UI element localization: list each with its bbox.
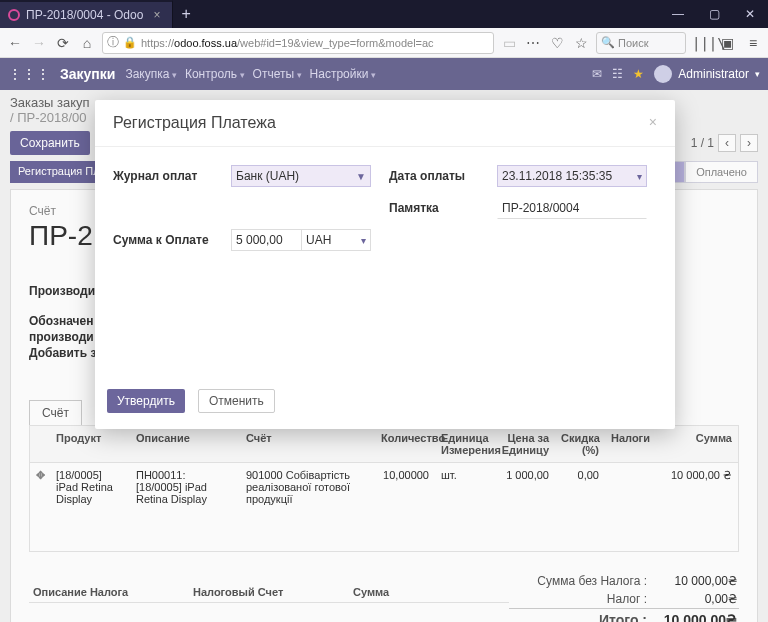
star-icon[interactable]: ★ (633, 67, 644, 81)
chevron-down-icon: ▾ (637, 171, 642, 182)
date-input[interactable]: 23.11.2018 15:35:35 ▾ (497, 165, 647, 187)
menu-purchase[interactable]: Закупка (125, 67, 177, 81)
shield-icon[interactable]: ♡ (548, 35, 566, 51)
search-placeholder: Поиск (618, 37, 648, 49)
app-menus: Закупка Контроль Отчеты Настройки (125, 67, 376, 81)
more-icon[interactable]: ⋯ (524, 35, 542, 51)
date-label: Дата оплаты (389, 169, 479, 183)
messaging-icon[interactable]: ✉ (592, 67, 602, 81)
tab-title: ПР-2018/0004 - Odoo (26, 8, 143, 22)
modal-close-icon[interactable]: × (649, 114, 657, 132)
date-value: 23.11.2018 15:35:35 (502, 169, 612, 183)
memo-label: Памятка (389, 201, 479, 215)
lock-icon: 🔒 (123, 36, 137, 49)
app-name[interactable]: Закупки (60, 66, 115, 82)
amount-input[interactable]: 5 000,00 (231, 229, 301, 251)
info-icon[interactable]: ⓘ (107, 34, 119, 51)
browser-titlebar: ПР-2018/0004 - Odoo × + — ▢ ✕ (0, 0, 768, 28)
cancel-button[interactable]: Отменить (198, 389, 275, 413)
window-close-icon[interactable]: ✕ (732, 7, 768, 21)
apps-icon[interactable]: ⋮⋮⋮ (8, 66, 50, 82)
page-body: Заказы закуп / ПР-2018/00 Сохранить Отка… (0, 90, 768, 622)
user-name: Administrator (678, 67, 749, 81)
new-tab-button[interactable]: + (173, 5, 198, 23)
amount-value: 5 000,00 (236, 233, 283, 247)
menu-settings[interactable]: Настройки (310, 67, 376, 81)
currency-select[interactable]: UAH▾ (301, 229, 371, 251)
library-icon[interactable]: |||\ (692, 35, 710, 51)
menu-icon[interactable]: ≡ (744, 35, 762, 51)
journal-value: Банк (UAH) (236, 169, 299, 183)
journal-label: Журнал оплат (113, 169, 213, 183)
nav-back-icon[interactable]: ← (6, 35, 24, 51)
confirm-button[interactable]: Утвердить (107, 389, 185, 413)
chevron-down-icon: ▾ (361, 235, 366, 246)
search-icon: 🔍 (601, 36, 615, 49)
reader-icon[interactable]: ▭ (500, 35, 518, 51)
url-input[interactable]: ⓘ 🔒 https://odoo.foss.ua/web#id=19&view_… (102, 32, 494, 54)
window-maximize-icon[interactable]: ▢ (696, 7, 732, 21)
browser-toolbar: ← → ⟳ ⌂ ⓘ 🔒 https://odoo.foss.ua/web#id=… (0, 28, 768, 58)
menu-reports[interactable]: Отчеты (253, 67, 302, 81)
chevron-down-icon: ▼ (356, 171, 366, 182)
favicon (8, 9, 20, 21)
currency-value: UAH (306, 233, 331, 247)
url-text: https://odoo.foss.ua/web#id=19&view_type… (141, 37, 434, 49)
nav-home-icon[interactable]: ⌂ (78, 35, 96, 51)
app-topbar: ⋮⋮⋮ Закупки Закупка Контроль Отчеты Наст… (0, 58, 768, 90)
payment-modal: Регистрация Платежа × Журнал оплат Банк … (95, 100, 675, 429)
amount-label: Сумма к Оплате (113, 233, 213, 247)
window-minimize-icon[interactable]: — (660, 7, 696, 21)
modal-title: Регистрация Платежа (113, 114, 276, 132)
nav-forward-icon[interactable]: → (30, 35, 48, 51)
browser-tab[interactable]: ПР-2018/0004 - Odoo × (0, 0, 173, 28)
nav-reload-icon[interactable]: ⟳ (54, 35, 72, 51)
tab-close-icon[interactable]: × (149, 8, 164, 22)
user-menu[interactable]: Administrator ▾ (654, 65, 760, 83)
memo-input[interactable]: ПР-2018/0004 (497, 197, 647, 219)
memo-value: ПР-2018/0004 (502, 201, 579, 215)
journal-select[interactable]: Банк (UAH) ▼ (231, 165, 371, 187)
browser-search-input[interactable]: 🔍 Поиск (596, 32, 686, 54)
avatar (654, 65, 672, 83)
sidebar-icon[interactable]: ▣ (718, 35, 736, 51)
menu-control[interactable]: Контроль (185, 67, 245, 81)
activities-icon[interactable]: ☷ (612, 67, 623, 81)
chevron-down-icon: ▾ (755, 69, 760, 79)
bookmark-icon[interactable]: ☆ (572, 35, 590, 51)
